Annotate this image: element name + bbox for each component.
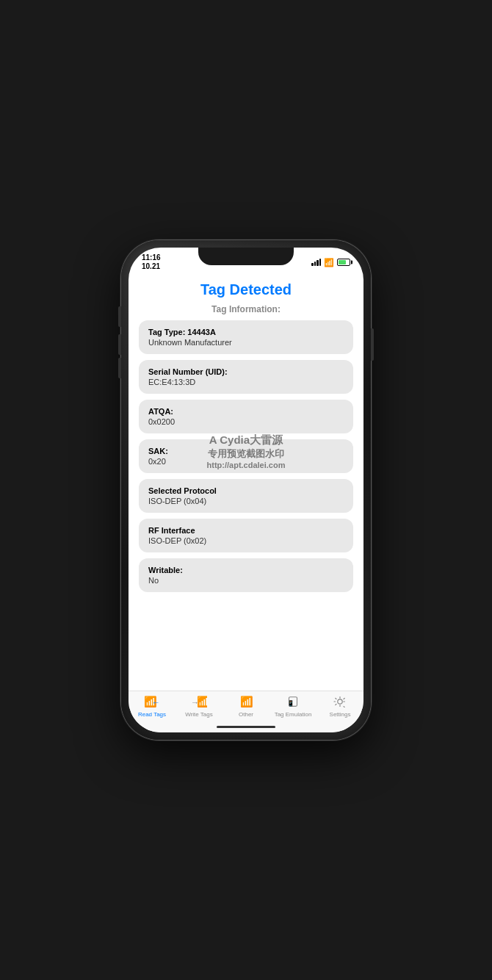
- card-writable: Writable: No: [139, 558, 353, 592]
- notch: [198, 248, 294, 265]
- card-title-tag-type: Tag Type: 14443A: [148, 328, 344, 336]
- home-bar: [217, 726, 275, 728]
- svg-text:📶: 📶: [240, 696, 253, 707]
- card-serial: Serial Number (UID): EC:E4:13:3D: [139, 360, 353, 394]
- svg-text:📶: 📶: [197, 696, 207, 707]
- write-tags-icon: → 📶: [191, 696, 207, 710]
- card-value-writable: No: [148, 576, 344, 585]
- battery-icon: [337, 259, 350, 266]
- card-value-serial: EC:E4:13:3D: [148, 378, 344, 386]
- svg-text:📱: 📱: [287, 699, 294, 707]
- home-indicator: [129, 721, 363, 732]
- svg-text:←: ←: [152, 698, 160, 707]
- wifi-icon: 📶: [324, 258, 334, 267]
- card-title-protocol: Selected Protocol: [148, 486, 344, 495]
- tab-emulation[interactable]: 📱 Tag Emulation: [269, 696, 316, 718]
- status-time: 11:16 10.21: [142, 253, 161, 271]
- tab-other[interactable]: 📶 Other: [223, 696, 269, 718]
- page-title: Tag Detected: [139, 274, 353, 304]
- tab-label-emulation: Tag Emulation: [275, 711, 312, 718]
- section-label: Tag Information:: [139, 304, 353, 314]
- card-value-rf: ISO-DEP (0x02): [148, 536, 344, 545]
- card-protocol: Selected Protocol ISO-DEP (0x04): [139, 479, 353, 513]
- card-title-serial: Serial Number (UID):: [148, 367, 344, 376]
- app-content: Tag Detected Tag Information: Tag Type: …: [129, 274, 363, 691]
- signal-icon: [311, 259, 321, 266]
- card-rf: RF Interface ISO-DEP (0x02): [139, 519, 353, 552]
- card-title-rf: RF Interface: [148, 526, 344, 535]
- tab-bar: 📶 ← Read Tags → 📶 Write Tags: [129, 691, 363, 721]
- card-sak: SAK: 0x20: [139, 439, 353, 473]
- tab-label-settings: Settings: [330, 711, 351, 718]
- status-icons: 📶: [311, 258, 350, 267]
- card-value-tag-type: Unknown Manufacturer: [148, 338, 344, 347]
- tab-label-other: Other: [239, 711, 253, 718]
- phone-frame: 11:16 10.21 📶 Tag Detected Tag Informati…: [121, 240, 371, 740]
- card-value-atqa: 0x0200: [148, 417, 344, 426]
- card-value-protocol: ISO-DEP (0x04): [148, 497, 344, 505]
- read-tags-icon: 📶 ←: [144, 696, 160, 710]
- emulation-icon: 📱: [285, 696, 301, 710]
- tab-read-tags[interactable]: 📶 ← Read Tags: [129, 696, 176, 718]
- tab-label-read-tags: Read Tags: [138, 711, 166, 718]
- card-title-sak: SAK:: [148, 447, 344, 455]
- card-atqa: ATQA: 0x0200: [139, 400, 353, 433]
- settings-icon: [332, 696, 348, 710]
- tab-write-tags[interactable]: → 📶 Write Tags: [176, 696, 223, 718]
- card-tag-type: Tag Type: 14443A Unknown Manufacturer: [139, 320, 353, 354]
- other-icon: 📶: [238, 696, 254, 710]
- card-value-sak: 0x20: [148, 457, 344, 466]
- card-title-writable: Writable:: [148, 566, 344, 574]
- phone-screen: 11:16 10.21 📶 Tag Detected Tag Informati…: [129, 248, 363, 732]
- card-title-atqa: ATQA:: [148, 407, 344, 416]
- tab-label-write-tags: Write Tags: [185, 711, 213, 718]
- svg-point-7: [338, 699, 342, 704]
- tab-settings[interactable]: Settings: [316, 696, 363, 718]
